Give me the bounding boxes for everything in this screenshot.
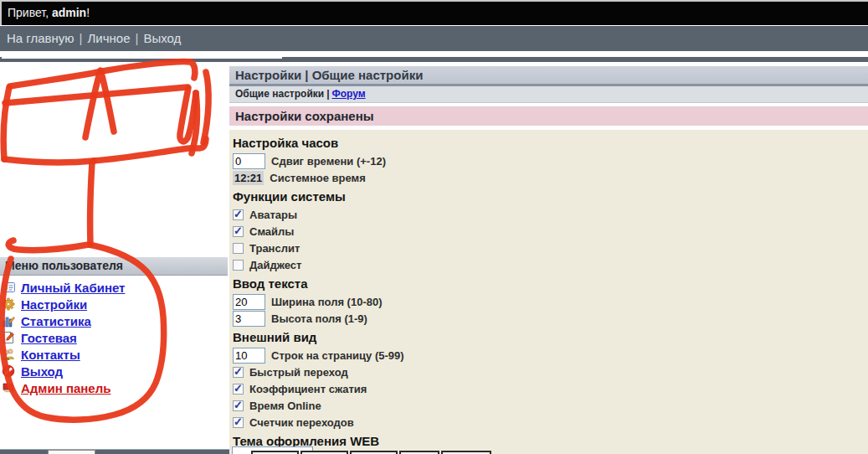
setting-label: Быстрый переход [249, 366, 348, 379]
sidebar-item-guestbook[interactable]: Гостевая [2, 329, 228, 346]
setting-row-digest: Дайджест [232, 256, 868, 273]
nav-link-logout[interactable]: Выход [143, 31, 181, 45]
setting-label: Счетчик переходов [249, 416, 354, 429]
breadcrumb-separator: | [324, 88, 331, 100]
section-heading: Ввод текста [232, 273, 868, 293]
sidebar-link-settings[interactable]: Настройки [21, 297, 87, 312]
setting-row-field-height: Высота поля (1-9) [232, 310, 868, 327]
settings-form: Настройка часовСдвиг времени (+-12)12:21… [229, 130, 868, 454]
sidebar-menu-header: Меню пользователя [0, 257, 228, 276]
setting-label: Коэффициент сжатия [249, 383, 367, 395]
setting-row-time-shift: Сдвиг времени (+-12) [232, 152, 868, 169]
sidebar-link-statistics[interactable]: Статистика [21, 314, 91, 328]
sidebar-item-personal-cabinet[interactable]: Личный Кабинет [2, 279, 228, 296]
footer-box-cutoff [48, 450, 95, 454]
stats-icon [2, 314, 15, 328]
rows-per-page-input[interactable] [233, 348, 265, 364]
contacts-icon [2, 348, 15, 361]
setting-row-online-time: Время Online [232, 397, 868, 414]
sidebar-user-menu: Меню пользователя Личный КабинетНастройк… [0, 257, 228, 396]
page-title: Настройки | Общие настройки [229, 66, 868, 86]
vcard-icon [2, 281, 15, 294]
theme-option-cutoff[interactable] [441, 451, 491, 454]
breadcrumb-current: Общие настройки [235, 88, 324, 100]
breadcrumb-link-forum[interactable]: Форум [332, 88, 366, 100]
theme-option-cutoff[interactable] [300, 451, 348, 454]
quick-nav-checkbox[interactable] [233, 367, 244, 378]
setting-row-hit-counter: Счетчик переходов [232, 414, 868, 431]
sidebar-item-settings[interactable]: Настройки [2, 296, 228, 312]
guestbook-icon [2, 331, 15, 344]
theme-option-cutoff[interactable] [399, 451, 439, 454]
setting-row-system-time: 12:21Системное время [232, 169, 868, 186]
gear-icon [2, 297, 15, 311]
setting-label: Транслит [249, 242, 300, 255]
setting-label: Сдвиг времени (+-12) [271, 155, 386, 168]
saved-alert: Настройки сохранены [229, 106, 868, 126]
compression-checkbox[interactable] [233, 384, 244, 395]
settings-page: Настройки | Общие настройки Общие настро… [229, 66, 868, 454]
footer-strip-cutoff [0, 449, 229, 454]
username: admin [52, 6, 86, 19]
setting-label: Смайлы [249, 225, 294, 238]
setting-label: Дайджест [249, 259, 301, 271]
sidebar-link-personal-cabinet[interactable]: Личный Кабинет [21, 281, 125, 295]
exit-icon [2, 364, 15, 378]
theme-option-cutoff[interactable] [350, 451, 398, 454]
setting-row-smileys: Смайлы [232, 223, 868, 240]
sidebar-link-admin-panel[interactable]: Админ панель [21, 381, 110, 395]
top-nav-bar: На главную|Личное|Выход [0, 26, 868, 51]
sidebar-item-contacts[interactable]: Контакты [2, 346, 228, 363]
avatars-checkbox[interactable] [233, 209, 244, 220]
setting-label: Строк на страницу (5-99) [271, 349, 404, 362]
translit-checkbox[interactable] [233, 243, 244, 254]
sidebar-link-guestbook[interactable]: Гостевая [21, 331, 77, 345]
hit-counter-checkbox[interactable] [233, 417, 244, 428]
setting-label: Ширина поля (10-80) [271, 296, 383, 308]
setting-label: Аватары [249, 209, 297, 221]
setting-row-rows-per-page: Строк на страницу (5-99) [232, 347, 868, 364]
setting-row-translit: Транслит [232, 240, 868, 256]
sidebar-link-exit[interactable]: Выход [21, 364, 63, 379]
sidebar-link-contacts[interactable]: Контакты [21, 348, 80, 362]
setting-label: Время Online [249, 400, 321, 412]
nav-white-strip [2, 51, 282, 59]
greeting-prefix: Привет, [8, 6, 52, 19]
breadcrumb: Общие настройки|Форум [229, 86, 868, 103]
sidebar-item-admin-panel[interactable]: Админ панель [2, 379, 228, 396]
digest-checkbox[interactable] [233, 260, 244, 271]
nav-link-personal[interactable]: Личное [88, 31, 131, 45]
system-time-value: 12:21 [233, 171, 264, 185]
field-width-input[interactable] [233, 294, 265, 310]
setting-row-avatars: Аватары [232, 206, 868, 223]
setting-row-quick-nav: Быстрый переход [232, 364, 868, 380]
greeting-bar: Привет, admin! [0, 0, 868, 25]
field-height-input[interactable] [233, 311, 265, 327]
admin-icon [2, 381, 15, 395]
nav-separator: | [74, 31, 88, 45]
sidebar-menu-list: Личный КабинетНастройкиСтатистикаГостева… [0, 279, 228, 396]
setting-row-field-width: Ширина поля (10-80) [232, 293, 868, 310]
theme-option-cutoff[interactable] [251, 451, 299, 454]
section-heading: Внешний вид [232, 327, 868, 347]
greeting-suffix: ! [86, 6, 90, 19]
time-shift-input[interactable] [233, 153, 265, 169]
section-heading: Настройка часов [232, 132, 868, 152]
setting-label: Высота поля (1-9) [271, 312, 367, 325]
section-heading: Функции системы [232, 186, 868, 206]
nav-link-home[interactable]: На главную [7, 31, 74, 45]
setting-label: Системное время [270, 172, 365, 184]
section-heading: Тема оформления WEB [232, 431, 868, 451]
online-time-checkbox[interactable] [233, 400, 244, 411]
setting-row-compression: Коэффициент сжатия [232, 380, 868, 397]
nav-separator: | [131, 31, 144, 45]
sidebar-item-exit[interactable]: Выход [2, 363, 228, 379]
sidebar-item-statistics[interactable]: Статистика [2, 312, 228, 329]
smileys-checkbox[interactable] [233, 226, 244, 237]
